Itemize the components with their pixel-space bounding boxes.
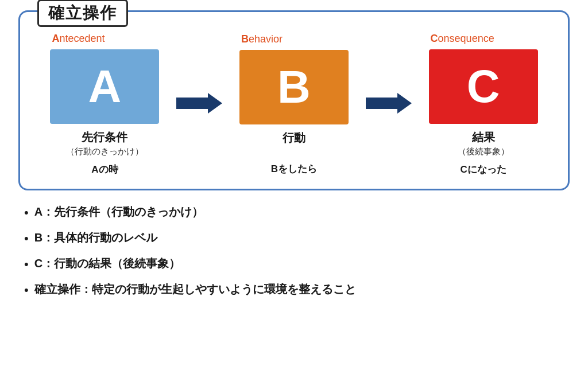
bullet-dot-2: • (24, 229, 29, 248)
name-c: 結果 (472, 130, 495, 145)
bullet-item-3: • C：行動の結果（後続事象） (24, 255, 570, 274)
bullet-dot-3: • (24, 255, 29, 274)
abc-item-c: Consequence C 結果 （後続事象） Cになった (420, 33, 547, 176)
label-b-rest: ehavior (249, 33, 283, 45)
bullet-dot-4: • (24, 280, 29, 299)
label-antecedent: Antecedent (52, 33, 105, 45)
box-b: B (239, 50, 349, 124)
title-badge: 確立操作 (37, 0, 128, 27)
when-b: Bをしたら (271, 162, 317, 176)
when-c: Cになった (460, 163, 506, 176)
bullet-dot-1: • (24, 203, 29, 222)
bullet-item-4: • 確立操作：特定の行動が生起しやすいように環境を整えること (24, 280, 570, 299)
sub-c: （後続事象） (458, 146, 509, 157)
label-c-rest: onsequence (438, 33, 494, 44)
sub-b (293, 147, 295, 157)
abc-item-b: Behavior B 行動 Bをしたら (231, 33, 357, 176)
arrow-2 (366, 92, 412, 117)
label-behavior: Behavior (241, 33, 283, 45)
bullet-text-2: B：具体的行動のレベル (34, 229, 157, 246)
when-a: Aの時 (91, 163, 118, 176)
bullet-item-2: • B：具体的行動のレベル (24, 229, 570, 248)
abc-item-a: Antecedent A 先行条件 （行動のきっかけ） Aの時 (41, 33, 168, 176)
name-b: 行動 (283, 130, 305, 146)
bullet-item-1: • A：先行条件（行動のきっかけ） (24, 203, 570, 222)
bullet-text-1: A：先行条件（行動のきっかけ） (34, 203, 203, 220)
box-c: C (429, 49, 538, 124)
label-a-first: A (52, 33, 59, 44)
box-a: A (50, 49, 159, 124)
label-b-first: B (241, 33, 249, 45)
label-consequence: Consequence (431, 33, 494, 45)
abc-row: Antecedent A 先行条件 （行動のきっかけ） Aの時 Behavior… (37, 33, 551, 176)
svg-marker-1 (366, 93, 412, 114)
arrow-1 (176, 92, 222, 117)
bullet-text-4: 確立操作：特定の行動が生起しやすいように環境を整えること (34, 280, 356, 298)
name-a: 先行条件 (82, 130, 127, 145)
label-a-rest: ntecedent (59, 33, 105, 44)
sub-a: （行動のきっかけ） (66, 146, 144, 157)
diagram-container: 確立操作 Antecedent A 先行条件 （行動のきっかけ） Aの時 Beh… (18, 10, 570, 190)
bullet-text-3: C：行動の結果（後続事象） (34, 255, 180, 272)
svg-marker-0 (176, 93, 222, 114)
label-c-first: C (431, 33, 438, 44)
bullet-list: • A：先行条件（行動のきっかけ） • B：具体的行動のレベル • C：行動の結… (18, 203, 570, 306)
